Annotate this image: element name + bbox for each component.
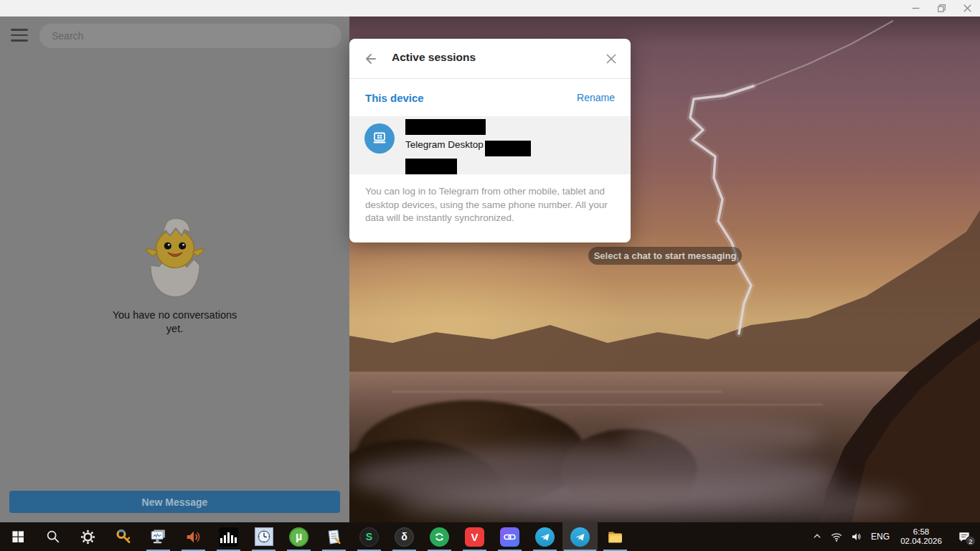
redacted-device-name [405, 119, 486, 135]
windows-taskbar: µ S δ V [0, 522, 980, 551]
taskbar-system-monitor[interactable] [141, 522, 176, 551]
hatching-chick-emoji [139, 215, 211, 300]
search-input[interactable] [39, 24, 341, 48]
taskbar-clock-app[interactable] [246, 522, 281, 551]
close-icon [606, 53, 617, 65]
chats-panel: You have no conversations yet. New Messa… [0, 17, 349, 522]
telegram-plane-icon [570, 527, 590, 547]
restore-icon [938, 4, 946, 12]
gear-icon [80, 529, 96, 545]
main-menu-button[interactable] [11, 29, 28, 42]
folder-icon [606, 528, 624, 546]
telegram-plane-icon [535, 527, 555, 547]
taskbar-delta-app[interactable]: δ [387, 522, 422, 551]
window-titlebar [0, 0, 980, 17]
system-tray: ENG 6:58 02.04.2026 2 [808, 522, 980, 551]
s-logo-icon: S [359, 527, 379, 547]
taskbar-volume-app[interactable] [176, 522, 211, 551]
session-app-name: Telegram Desktop [405, 139, 484, 150]
tray-date: 02.04.2026 [900, 537, 942, 546]
action-center-button[interactable]: 2 [948, 522, 980, 551]
wifi-icon [830, 530, 843, 543]
chain-link-icon [500, 527, 519, 547]
tray-network-button[interactable] [826, 522, 847, 551]
speaker-icon [850, 530, 863, 543]
arrow-left-icon [363, 52, 377, 66]
close-window-button[interactable] [954, 0, 980, 17]
taskbar-vivaldi[interactable]: V [457, 522, 492, 551]
windows-logo-icon [11, 529, 25, 544]
desktop-device-icon [364, 123, 395, 154]
restore-button[interactable] [928, 0, 954, 17]
dialog-header: Active sessions [349, 39, 631, 78]
taskbar-equalizer-app[interactable] [211, 522, 246, 551]
clock-icon [255, 527, 273, 546]
tray-expand-button[interactable] [808, 522, 826, 551]
taskbar-search-button[interactable] [35, 522, 70, 551]
close-dialog-button[interactable] [602, 50, 621, 68]
taskbar-utorrent[interactable]: µ [281, 522, 316, 551]
current-session-row[interactable]: Telegram Desktop [349, 116, 631, 174]
back-button[interactable] [361, 50, 380, 68]
taskbar-key-tool[interactable] [105, 522, 141, 551]
taskbar-sync-app[interactable] [422, 522, 457, 551]
language-indicator[interactable]: ENG [867, 522, 894, 551]
new-message-button[interactable]: New Message [9, 491, 340, 513]
taskbar-notepad[interactable] [316, 522, 352, 551]
minimize-icon [912, 4, 920, 12]
search-icon [45, 529, 61, 545]
notepad-icon [325, 528, 343, 546]
telegram-desktop-window: You have no conversations yet. New Messa… [0, 0, 980, 551]
taskbar-telegram[interactable] [527, 522, 562, 551]
redacted-version-info [485, 141, 531, 156]
equalizer-icon [219, 527, 238, 547]
select-chat-hint: Select a chat to start messaging [588, 247, 742, 265]
vivaldi-icon: V [465, 527, 484, 547]
tray-clock[interactable]: 6:58 02.04.2026 [894, 522, 948, 551]
taskbar-file-explorer[interactable] [598, 522, 633, 551]
empty-state: You have no conversations yet. [0, 215, 349, 336]
taskbar-telegram-active[interactable] [562, 522, 598, 551]
taskbar-link-app[interactable] [492, 522, 527, 551]
close-icon [963, 4, 971, 12]
minimize-button[interactable] [903, 0, 928, 17]
dialog-title: Active sessions [392, 51, 476, 64]
sessions-info-text: You can log in to Telegram from other mo… [365, 185, 615, 225]
tray-time: 6:58 [913, 527, 929, 537]
chevron-up-icon [812, 532, 822, 542]
section-title: This device [365, 92, 424, 104]
empty-state-text: You have no conversations yet. [108, 309, 241, 336]
sync-arrows-icon [430, 527, 449, 547]
this-device-section: This device Rename [349, 79, 631, 116]
taskbar-settings-button[interactable] [70, 522, 105, 551]
speaker-icon [184, 528, 202, 546]
start-button[interactable] [0, 522, 35, 551]
rename-link[interactable]: Rename [577, 92, 615, 103]
key-icon [115, 528, 132, 545]
notification-badge: 2 [966, 536, 976, 546]
tray-volume-button[interactable] [847, 522, 867, 551]
monitor-graph-icon [149, 528, 167, 546]
taskbar-shadowsocks[interactable]: S [352, 522, 387, 551]
delta-bubble-icon: δ [395, 527, 414, 547]
redacted-location-info [405, 159, 457, 174]
hamburger-icon [11, 29, 28, 31]
active-sessions-dialog: Active sessions This device Rename Teleg… [349, 39, 631, 242]
utorrent-icon: µ [289, 527, 308, 547]
